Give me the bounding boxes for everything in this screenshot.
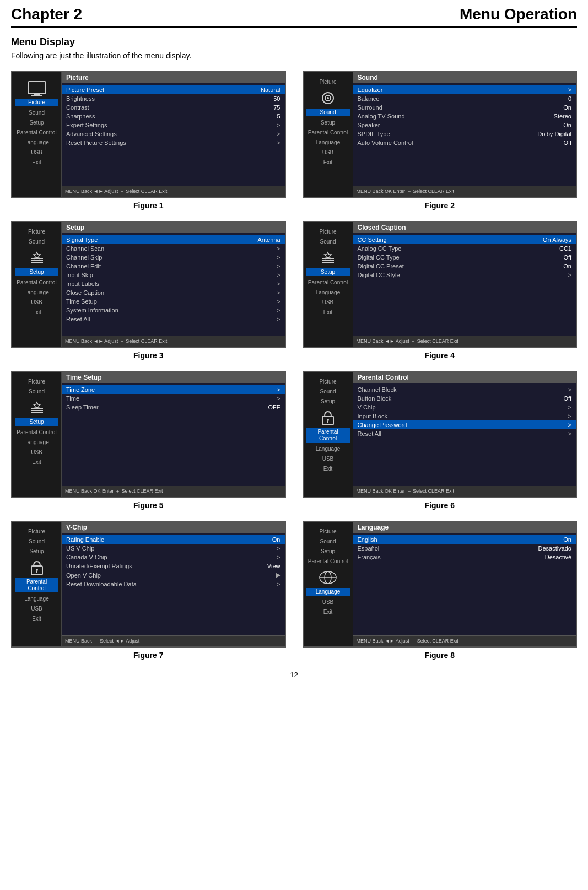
menu-row[interactable]: Time Setup> <box>62 297 285 306</box>
sidebar-item-language[interactable]: Language <box>306 138 350 147</box>
sidebar-item-exit[interactable]: Exit <box>306 608 350 617</box>
sidebar-item-setup[interactable]: Setup <box>306 247 350 277</box>
sidebar-item-picture[interactable]: Picture <box>15 377 58 386</box>
sidebar-item-sound[interactable]: Sound <box>15 238 58 246</box>
sidebar-item-setup[interactable]: Setup <box>15 118 58 127</box>
menu-row[interactable]: Time Zone> <box>62 385 285 394</box>
menu-row[interactable]: Picture PresetNatural <box>62 85 285 94</box>
menu-row[interactable]: Sleep TimerOFF <box>62 403 285 412</box>
menu-row[interactable]: Open V-Chip▶ <box>62 570 285 580</box>
menu-row[interactable]: Unrated/Exempt RatingsView <box>62 562 285 570</box>
sidebar-item-setup[interactable]: Setup <box>15 397 58 427</box>
sidebar-item-setup[interactable]: Setup <box>306 118 350 127</box>
sidebar-item-sound[interactable]: Sound <box>15 537 58 546</box>
sidebar-item-parental-control[interactable]: Parental Control <box>15 428 58 437</box>
menu-row[interactable]: Reset Picture Settings> <box>62 138 285 147</box>
menu-row[interactable]: Digital CC TypeOff <box>353 253 576 262</box>
menu-row[interactable]: V-Chip> <box>353 403 576 412</box>
sidebar-item-exit[interactable]: Exit <box>15 458 58 467</box>
menu-row[interactable]: Reset Downloadable Data> <box>62 580 285 589</box>
menu-row[interactable]: Analog TV SoundStereo <box>353 112 576 121</box>
menu-row[interactable]: Close Caption> <box>62 288 285 297</box>
menu-row[interactable]: Balance0 <box>353 94 576 103</box>
sidebar-item-language[interactable]: Language <box>15 138 58 147</box>
sidebar-item-language[interactable]: Language <box>15 288 58 297</box>
menu-row[interactable]: EspañolDesactivado <box>353 544 576 553</box>
sidebar-item-parental-control[interactable]: Parental Control <box>15 128 58 137</box>
sidebar-item-parental-control[interactable]: Parental Control <box>306 557 350 566</box>
menu-row[interactable]: Expert Settings> <box>62 121 285 130</box>
sidebar-item-sound[interactable]: Sound <box>306 88 350 117</box>
sidebar-item-exit[interactable]: Exit <box>15 308 58 317</box>
sidebar-item-usb[interactable]: USB <box>306 455 350 463</box>
menu-row[interactable]: Time> <box>62 394 285 403</box>
sidebar-item-picture[interactable]: Picture <box>306 78 350 87</box>
sidebar-item-sound[interactable]: Sound <box>15 387 58 396</box>
sidebar-item-picture[interactable]: Picture <box>306 228 350 236</box>
menu-row[interactable]: Reset All> <box>353 429 576 438</box>
sidebar-item-usb[interactable]: USB <box>15 605 58 613</box>
menu-row[interactable]: Channel Skip> <box>62 253 285 262</box>
sidebar-item-parental-control[interactable]: Parental Control <box>306 407 350 444</box>
sidebar-item-picture[interactable]: Picture <box>15 78 58 107</box>
menu-row[interactable]: Canada V-Chip> <box>62 553 285 562</box>
menu-row[interactable]: Brightness50 <box>62 94 285 103</box>
sidebar-item-usb[interactable]: USB <box>15 448 58 457</box>
sidebar-item-exit[interactable]: Exit <box>15 158 58 167</box>
sidebar-item-sound[interactable]: Sound <box>15 109 58 117</box>
sidebar-item-picture[interactable]: Picture <box>15 228 58 236</box>
sidebar-item-exit[interactable]: Exit <box>306 158 350 167</box>
sidebar-item-usb[interactable]: USB <box>15 148 58 157</box>
menu-row[interactable]: System Information> <box>62 306 285 315</box>
menu-row[interactable]: FrançaisDésactivé <box>353 553 576 562</box>
sidebar-item-language[interactable]: Language <box>306 567 350 597</box>
menu-row[interactable]: CC SettingOn Always <box>353 235 576 244</box>
menu-row[interactable]: Channel Edit> <box>62 262 285 271</box>
menu-row[interactable]: Contrast75 <box>62 103 285 112</box>
sidebar-item-language[interactable]: Language <box>15 595 58 603</box>
sidebar-item-sound[interactable]: Sound <box>306 537 350 546</box>
menu-row[interactable]: Change Password> <box>353 420 576 429</box>
sidebar-item-setup[interactable]: Setup <box>306 547 350 556</box>
sidebar-item-parental-control[interactable]: Parental Control <box>306 128 350 137</box>
menu-row[interactable]: SPDIF TypeDolby Digital <box>353 130 576 138</box>
menu-row[interactable]: Input Labels> <box>62 279 285 288</box>
menu-row[interactable]: Equalizer> <box>353 85 576 94</box>
sidebar-item-parental-control[interactable]: Parental Control <box>15 278 58 287</box>
sidebar-item-setup[interactable]: Setup <box>306 397 350 406</box>
sidebar-item-parental-control[interactable]: Parental Control <box>15 557 58 594</box>
sidebar-item-usb[interactable]: USB <box>306 148 350 157</box>
menu-row[interactable]: Advanced Settings> <box>62 130 285 138</box>
menu-row[interactable]: Reset All> <box>62 315 285 323</box>
sidebar-item-usb[interactable]: USB <box>15 298 58 307</box>
sidebar-item-parental-control[interactable]: Parental Control <box>306 278 350 287</box>
menu-row[interactable]: Input Block> <box>353 412 576 420</box>
sidebar-item-sound[interactable]: Sound <box>306 387 350 396</box>
menu-row[interactable]: SurroundOn <box>353 103 576 112</box>
menu-row[interactable]: Auto Volume ControlOff <box>353 138 576 147</box>
menu-row[interactable]: Button BlockOff <box>353 394 576 403</box>
sidebar-item-picture[interactable]: Picture <box>15 527 58 536</box>
menu-row[interactable]: Input Skip> <box>62 271 285 279</box>
sidebar-item-exit[interactable]: Exit <box>15 614 58 623</box>
sidebar-item-language[interactable]: Language <box>306 288 350 297</box>
sidebar-item-setup[interactable]: Setup <box>15 247 58 277</box>
menu-row[interactable]: Digital CC Style> <box>353 271 576 279</box>
sidebar-item-language[interactable]: Language <box>15 438 58 447</box>
menu-row[interactable]: Channel Block> <box>353 385 576 394</box>
menu-row[interactable]: Analog CC TypeCC1 <box>353 244 576 253</box>
sidebar-item-sound[interactable]: Sound <box>306 238 350 246</box>
sidebar-item-exit[interactable]: Exit <box>306 465 350 473</box>
sidebar-item-setup[interactable]: Setup <box>15 547 58 556</box>
sidebar-item-picture[interactable]: Picture <box>306 377 350 386</box>
sidebar-item-usb[interactable]: USB <box>306 298 350 307</box>
sidebar-item-picture[interactable]: Picture <box>306 527 350 536</box>
sidebar-item-exit[interactable]: Exit <box>306 308 350 317</box>
menu-row[interactable]: Sharpness5 <box>62 112 285 121</box>
menu-row[interactable]: Digital CC PresetOn <box>353 262 576 271</box>
menu-row[interactable]: SpeakerOn <box>353 121 576 130</box>
menu-row[interactable]: US V-Chip> <box>62 544 285 553</box>
menu-row[interactable]: EnglishOn <box>353 535 576 544</box>
menu-row[interactable]: Channel Scan> <box>62 244 285 253</box>
sidebar-item-usb[interactable]: USB <box>306 598 350 607</box>
